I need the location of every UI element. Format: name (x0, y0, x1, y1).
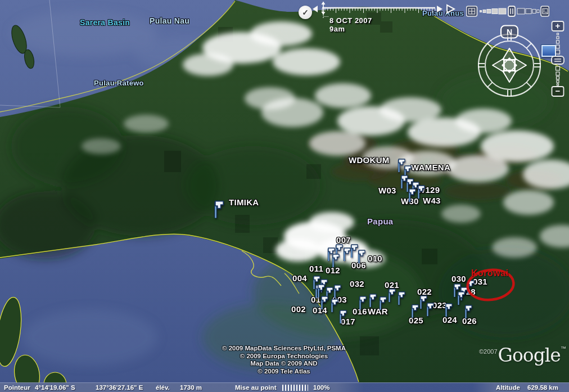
placemark-label-004[interactable]: 004 (292, 274, 307, 282)
google-earth-viewport[interactable]: WDOKUMWAMENAW03W129W30W43TIMIKA007010006… (0, 0, 569, 392)
navigation-compass[interactable]: N (475, 25, 544, 100)
time-handle-connector (323, 16, 328, 17)
zoom-control[interactable]: + − (550, 20, 566, 97)
google-logo: Google (498, 344, 561, 366)
zoom-track[interactable] (556, 33, 560, 54)
compass-north-button[interactable]: N (501, 26, 518, 38)
opacity-steps-right (517, 8, 539, 14)
status-bar: Pointeur 4°14'19.06" S 137°36'27.16" E é… (0, 382, 569, 392)
google-watermark: ©2007Google™ (479, 344, 566, 366)
placemark-flag-icon[interactable] (378, 296, 387, 313)
placemark-label-011[interactable]: 011 (309, 264, 323, 273)
placemark-flag-icon[interactable] (397, 291, 406, 308)
map-label-pulau-ratewo: Pulau Ratewo (94, 79, 144, 87)
placemark-flag-icon[interactable] (331, 253, 340, 270)
pointer-label: Pointeur (4, 384, 30, 391)
placemark-label-timika[interactable]: TIMIKA (229, 198, 259, 206)
opacity-min-button[interactable] (467, 6, 477, 16)
placemark-flag-icon[interactable] (338, 309, 347, 326)
opacity-steps-left (480, 8, 507, 14)
zoom-out-button[interactable]: − (552, 86, 564, 96)
placemark-flag-icon[interactable] (213, 200, 225, 221)
pointer-latitude: 4°14'19.06" S (35, 384, 75, 391)
zoom-track-lower[interactable] (556, 66, 560, 85)
placemark-label-002[interactable]: 002 (291, 305, 306, 313)
watermark-tm: ™ (561, 345, 566, 352)
placemark-flag-icon[interactable] (357, 249, 366, 266)
placemark-flag-icon[interactable] (387, 288, 396, 305)
copyright-line: © 2009 MapData Sciences PtyLtd, PSMA (202, 345, 365, 353)
copyright-line: Map Data © 2009 AND (202, 360, 365, 368)
map-label-papua: Papua (367, 217, 394, 226)
elevation-label: élév. (156, 384, 170, 391)
placemark-flag-icon[interactable] (410, 304, 419, 321)
placemark-label-032[interactable]: 032 (350, 280, 364, 288)
svg-text:−: − (556, 86, 561, 96)
time-slider-date: 8 OCT 2007 9am (329, 16, 372, 33)
map-label-sarera-basin: Sarera Basin (80, 18, 130, 27)
zoom-slider-handle[interactable] (552, 56, 564, 64)
time-step-back-button[interactable] (313, 6, 318, 12)
placemark-flag-icon[interactable] (426, 302, 435, 319)
time-step-forward-button[interactable] (437, 6, 442, 12)
altitude-label: Altitude (496, 384, 520, 391)
placemark-flag-icon[interactable] (444, 303, 453, 319)
placemark-flag-icon[interactable] (368, 293, 377, 310)
watermark-year: ©2007 (479, 348, 498, 355)
map-label-pulau-nau: Pulau Nau (150, 16, 189, 25)
placemark-flag-icon[interactable] (408, 188, 417, 205)
placemark-label-w03[interactable]: W03 (378, 186, 396, 195)
elevation-value: 1730 m (180, 384, 202, 391)
copyright-block: © 2009 MapData Sciences PtyLtd, PSMA © 2… (202, 345, 365, 375)
streaming-label: Mise au point (235, 384, 276, 391)
copyright-line: © 2009 Tele Atlas (202, 368, 365, 376)
altitude-value: 629.58 km (527, 384, 558, 391)
compass-center-knob[interactable] (502, 58, 516, 72)
placemark-label-010[interactable]: 010 (368, 254, 382, 263)
streaming-percent: 100% (313, 384, 329, 391)
time-ruler (322, 8, 435, 13)
svg-text:+: + (556, 21, 561, 30)
placemark-label-wdokum[interactable]: WDOKUM (349, 156, 390, 164)
korowai-annotation-label: Korowai (471, 268, 509, 278)
time-time-line: 9am (329, 25, 372, 33)
opacity-max-button[interactable] (541, 6, 549, 16)
svg-text:N: N (507, 28, 512, 37)
pointer-longitude: 137°36'27.16" E (96, 384, 143, 391)
overlay-opacity-slider[interactable] (466, 5, 549, 18)
copyright-line: © 2009 Europa Technologies (202, 353, 365, 361)
placemark-flag-icon[interactable] (358, 295, 367, 312)
placemark-flag-icon[interactable] (320, 295, 329, 312)
time-date-line: 8 OCT 2007 (329, 16, 372, 25)
placemark-label-wamena[interactable]: WAMENA (411, 163, 450, 172)
placemark-label-007[interactable]: 007 (336, 236, 351, 244)
zoom-in-button[interactable]: + (552, 21, 564, 31)
placemark-flag-icon[interactable] (330, 298, 339, 315)
placemark-flag-icon[interactable] (417, 184, 426, 201)
time-play-button[interactable] (447, 5, 454, 13)
streaming-progress-bars (282, 385, 308, 391)
opacity-slider-handle[interactable] (508, 6, 515, 16)
